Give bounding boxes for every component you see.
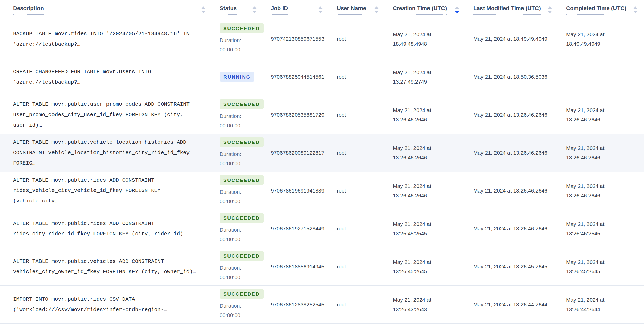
user-name: root (337, 248, 393, 285)
table-row[interactable]: IMPORT INTO movr.public.rides CSV DATA (… (0, 285, 644, 323)
sort-icon[interactable] (201, 6, 206, 13)
last-modified-time: May 21, 2024 at 18:49:49:4949 (473, 20, 566, 58)
creation-time: May 21, 2024 at 13:26:45:2645 (393, 248, 473, 285)
column-header-completed-time[interactable]: Completed Time (UTC) (566, 0, 644, 20)
table-row[interactable]: BACKUP TABLE movr.rides INTO '/2024/05/2… (0, 20, 644, 58)
last-modified-time: May 21, 2024 at 18:50:36:5036 (473, 58, 566, 96)
table-row[interactable]: ALTER TABLE movr.public.user_promo_codes… (0, 96, 644, 134)
duration-label: Duration: (220, 111, 261, 121)
status-badge: SUCCEEDED (220, 251, 264, 261)
sort-icon-active-desc[interactable] (455, 6, 459, 13)
table-row[interactable]: ALTER TABLE movr.public.vehicle_location… (0, 134, 644, 172)
job-status-cell: SUCCEEDED Duration: 00:00:00 (220, 96, 271, 134)
column-header-creation-time[interactable]: Creation Time (UTC) (393, 0, 473, 20)
duration-value: 00:00:00 (220, 159, 261, 168)
job-id: 970678618856914945 (271, 248, 337, 285)
creation-time: May 21, 2024 at 13:27:49:2749 (393, 58, 473, 96)
job-id: 970678619691941889 (271, 172, 337, 210)
column-header-last-modified-time[interactable]: Last Modified Time (UTC) (473, 0, 566, 20)
last-modified-time: May 21, 2024 at 13:26:45:2645 (473, 248, 566, 285)
creation-time: May 21, 2024 at 18:49:48:4948 (393, 20, 473, 58)
user-name: root (337, 58, 393, 96)
column-label-last-modified-time[interactable]: Last Modified Time (UTC) (473, 5, 541, 15)
column-label-job-id[interactable]: Job ID (271, 5, 288, 15)
job-id: 970678612838252545 (271, 285, 337, 323)
column-header-user-name[interactable]: User Name (337, 0, 393, 20)
user-name: root (337, 96, 393, 134)
table-row[interactable]: ALTER TABLE movr.public.vehicles ADD CON… (0, 248, 644, 285)
column-header-job-id[interactable]: Job ID (271, 0, 337, 20)
job-status-cell: SUCCEEDED Duration: 00:00:00 (220, 20, 271, 58)
status-badge: SUCCEEDED (220, 137, 264, 147)
status-badge: RUNNING (220, 72, 254, 82)
job-description[interactable]: ALTER TABLE movr.public.user_promo_codes… (0, 96, 220, 134)
job-description[interactable]: ALTER TABLE movr.public.rides ADD CONSTR… (0, 210, 220, 248)
column-label-completed-time[interactable]: Completed Time (UTC) (566, 5, 626, 15)
duration-label: Duration: (220, 225, 261, 235)
user-name: root (337, 285, 393, 323)
duration-value: 00:00:00 (220, 310, 261, 320)
table-row[interactable]: CREATE CHANGEFEED FOR TABLE movr.users I… (0, 58, 644, 96)
last-modified-time: May 21, 2024 at 13:26:46:2646 (473, 172, 566, 210)
table-row[interactable]: ALTER TABLE movr.public.rides ADD CONSTR… (0, 172, 644, 210)
jobs-table: Description Status Job ID User Name (0, 0, 644, 324)
job-id: 970678620535881729 (271, 96, 337, 134)
column-label-creation-time[interactable]: Creation Time (UTC) (393, 5, 447, 15)
sort-icon[interactable] (374, 6, 379, 13)
last-modified-time: May 21, 2024 at 13:26:46:2646 (473, 134, 566, 172)
duration-value: 00:00:00 (220, 197, 261, 206)
column-label-status[interactable]: Status (220, 5, 237, 15)
jobs-table-header: Description Status Job ID User Name (0, 0, 644, 20)
job-id: 970742130859671553 (271, 20, 337, 58)
sort-icon[interactable] (633, 6, 638, 13)
table-row[interactable]: ALTER TABLE movr.public.rides ADD CONSTR… (0, 210, 644, 248)
job-description[interactable]: ALTER TABLE movr.public.vehicles ADD CON… (0, 248, 220, 285)
job-description[interactable]: ALTER TABLE movr.public.vehicle_location… (0, 134, 220, 172)
creation-time: May 21, 2024 at 13:26:46:2646 (393, 172, 473, 210)
status-badge: SUCCEEDED (220, 23, 264, 33)
duration-label: Duration: (220, 149, 261, 159)
creation-time: May 21, 2024 at 13:26:43:2643 (393, 285, 473, 323)
creation-time: May 21, 2024 at 13:26:45:2645 (393, 210, 473, 248)
sort-icon[interactable] (252, 6, 257, 13)
column-header-status[interactable]: Status (220, 0, 271, 20)
completed-time (566, 58, 644, 96)
job-description[interactable]: ALTER TABLE movr.public.rides ADD CONSTR… (0, 172, 220, 210)
duration-value: 00:00:00 (220, 272, 261, 282)
job-status-cell: SUCCEEDED Duration: 00:00:00 (220, 248, 271, 285)
jobs-table-body: BACKUP TABLE movr.rides INTO '/2024/05/2… (0, 20, 644, 323)
user-name: root (337, 134, 393, 172)
column-label-user-name[interactable]: User Name (337, 5, 366, 15)
status-badge: SUCCEEDED (220, 99, 264, 109)
job-status-cell: RUNNING (220, 58, 271, 96)
sort-icon[interactable] (318, 6, 323, 13)
column-header-description[interactable]: Description (0, 0, 220, 20)
user-name: root (337, 20, 393, 58)
status-badge: SUCCEEDED (220, 213, 264, 223)
completed-time: May 21, 2024 at 13:26:46:2646 (566, 172, 644, 210)
column-label-description[interactable]: Description (13, 5, 44, 15)
last-modified-time: May 21, 2024 at 13:26:46:2646 (473, 210, 566, 248)
duration-value: 00:00:00 (220, 45, 261, 54)
job-status-cell: SUCCEEDED Duration: 00:00:00 (220, 285, 271, 323)
sort-icon[interactable] (547, 6, 552, 13)
completed-time: May 21, 2024 at 13:26:45:2645 (566, 248, 644, 285)
user-name: root (337, 210, 393, 248)
job-description[interactable]: CREATE CHANGEFEED FOR TABLE movr.users I… (0, 58, 220, 96)
completed-time: May 21, 2024 at 13:26:46:2646 (566, 210, 644, 248)
job-status-cell: SUCCEEDED Duration: 00:00:00 (220, 210, 271, 248)
creation-time: May 21, 2024 at 13:26:46:2646 (393, 134, 473, 172)
duration-value: 00:00:00 (220, 121, 261, 130)
job-description[interactable]: BACKUP TABLE movr.rides INTO '/2024/05/2… (0, 20, 220, 58)
job-id: 970678619271528449 (271, 210, 337, 248)
completed-time: May 21, 2024 at 13:26:44:2644 (566, 285, 644, 323)
completed-time: May 21, 2024 at 18:49:49:4949 (566, 20, 644, 58)
last-modified-time: May 21, 2024 at 13:26:46:2646 (473, 96, 566, 134)
duration-label: Duration: (220, 301, 261, 310)
status-badge: SUCCEEDED (220, 175, 264, 185)
creation-time: May 21, 2024 at 13:26:46:2646 (393, 96, 473, 134)
completed-time: May 21, 2024 at 13:26:46:2646 (566, 134, 644, 172)
job-id: 970678825944514561 (271, 58, 337, 96)
job-description[interactable]: IMPORT INTO movr.public.rides CSV DATA (… (0, 285, 220, 323)
duration-label: Duration: (220, 35, 261, 45)
